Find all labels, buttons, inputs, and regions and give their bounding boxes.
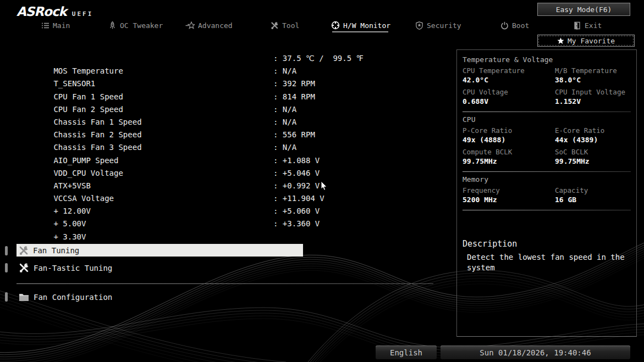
panel-item-label: Compute BCLK [463,148,555,156]
list-icon [41,21,49,30]
panel-separator [463,171,631,172]
sensor-value: : N/A [273,65,296,77]
panel-item-value: 99.75MHz [555,157,631,165]
menu-separator [16,283,433,284]
menu-item-label: Fan-Tastic Tuning [34,264,112,272]
tab-hw-monitor-label: H/W Monitor [343,21,390,30]
my-favorite-button[interactable]: My Favorite [537,35,635,47]
easy-mode-button[interactable]: Easy Mode(F6) [537,3,630,16]
sensor-value: : 556 RPM [273,129,315,141]
logo-uefi-text: UEFI [72,10,93,18]
section-title-temperature-voltage: Temperature & Voltage [463,55,631,64]
gauge-icon [331,21,340,30]
panel-item-label: P-Core Ratio [463,126,555,135]
panel-item: P-Core Ratio 49x (4888) [463,126,555,144]
datetime-label: Sun 01/18/2026, 19:40:46 [480,348,591,357]
tab-oc-tweaker[interactable]: OC Tweaker [108,19,163,32]
my-favorite-label: My Favorite [568,37,615,45]
language-button[interactable]: English [376,346,437,359]
power-icon [500,21,509,30]
menu-marker [5,263,8,272]
menu-item-fan-tastic-tuning[interactable]: Fan-Tastic Tuning [16,261,112,274]
section-cpu: P-Core Ratio 49x (4888) E-Core Ratio 44x… [463,125,631,168]
rocket-icon [108,21,117,30]
panel-item: SoC BCLK 99.75MHz [555,148,631,165]
sensor-value: : +5.046 V [273,167,320,180]
panel-item-label: SoC BCLK [555,148,631,156]
description-text: Detect the lowest fan speed in the syste… [467,252,628,273]
sensor-value: : N/A [273,103,296,116]
tab-hw-monitor[interactable]: H/W Monitor [331,19,390,32]
tab-tool[interactable]: Tool [271,19,299,32]
panel-item: CPU Voltage 0.688V [463,88,555,105]
sensor-value: : +1.088 V [273,154,320,167]
sensor-row: AIO_PUMP Speed : N/A [16,141,434,154]
tools-icon [271,21,279,30]
section-temperature-voltage: CPU Temperature 42.0°C M/B Temperature 3… [463,65,631,108]
panel-item-label: M/B Temperature [555,66,631,75]
sensor-label: + 3.30V [53,232,86,241]
exit-door-icon [573,21,581,30]
tab-exit-label: Exit [585,21,602,30]
sensor-value: : 814 RPM [273,91,315,103]
tab-main[interactable]: Main [41,19,70,32]
datetime-display: Sun 01/18/2026, 19:40:46 [441,346,630,359]
panel-item: CPU Temperature 42.0°C [463,66,555,84]
tab-security-label: Security [427,21,461,30]
panel-item-label: E-Core Ratio [555,126,631,135]
panel-item-label: CPU Input Voltage [555,88,631,96]
menu-marker [5,292,8,302]
panel-item-value: 38.0°C [555,76,631,84]
panel-item-value: 1.152V [555,97,631,105]
sensor-row: CPU Fan 2 Speed : 814 RPM [16,91,434,103]
sensor-row: VCCSA Voltage : +0.992 V [16,180,434,192]
tab-oc-tweaker-label: OC Tweaker [120,21,163,30]
sensor-value: : +11.904 V [273,192,324,205]
panel-item-value: 5200 MHz [463,196,555,204]
panel-item-label: CPU Voltage [463,88,555,96]
easy-mode-label: Easy Mode(F6) [556,5,612,14]
sensor-row: Chassis Fan 1 Speed : N/A [16,103,434,116]
sensor-row: MOS Temperature : 37.5 ℃ / 99.5 ℉ [16,52,434,65]
menu-item-fan-tuning[interactable]: Fan Tuning [16,244,303,257]
shield-icon [415,21,423,30]
panel-separator [463,112,631,112]
tab-boot[interactable]: Boot [500,19,529,32]
logo-text: ASRock [16,4,67,19]
sensor-value: : +5.060 V [273,205,320,218]
menu-marker [5,246,8,255]
sensor-row: T_SENSOR1 : N/A [16,65,434,77]
description-block: Description Detect the lowest fan speed … [463,239,631,273]
asrock-uefi-logo: ASRock UEFI [16,4,93,19]
tab-boot-label: Boot [512,21,529,30]
menu-item-fan-configuration[interactable]: Fan Configuration [16,291,112,303]
sensor-row: + 12.00V : +11.904 V [16,192,434,205]
folder-icon [19,293,29,302]
sensor-value: : N/A [273,116,296,129]
description-title: Description [463,239,631,249]
sensor-value: : 392 RPM [273,77,315,90]
panel-item: Capacity 16 GB [555,186,631,204]
panel-item: CPU Input Voltage 1.152V [555,88,631,105]
panel-item: E-Core Ratio 44x (4389) [555,126,631,144]
menu-item-label: Fan Configuration [34,293,112,302]
sensor-list: MOS Temperature : 37.5 ℃ / 99.5 ℉ T_SENS… [16,52,434,231]
panel-item-value: 99.75MHz [463,157,555,165]
sensor-row: Chassis Fan 3 Speed : 556 RPM [16,129,434,141]
panel-item: M/B Temperature 38.0°C [555,66,631,84]
panel-item: Frequency 5200 MHz [463,186,555,204]
hw-info-panel: Temperature & Voltage CPU Temperature 42… [456,49,637,337]
panel-item-value: 44x (4389) [555,136,631,144]
mouse-cursor [321,181,328,191]
tab-advanced-label: Advanced [198,21,233,30]
section-title-memory: Memory [463,175,631,183]
tab-security[interactable]: Security [415,19,461,32]
tools-icon [19,246,29,255]
tab-exit[interactable]: Exit [573,19,602,32]
sensor-value: : N/A [273,141,296,154]
panel-item-label: CPU Temperature [463,66,555,75]
rocket-star-icon [185,21,195,30]
panel-item-value: 16 GB [555,196,631,204]
tab-advanced[interactable]: Advanced [185,19,233,32]
sensor-value: : 37.5 ℃ / 99.5 ℉ [273,52,364,65]
